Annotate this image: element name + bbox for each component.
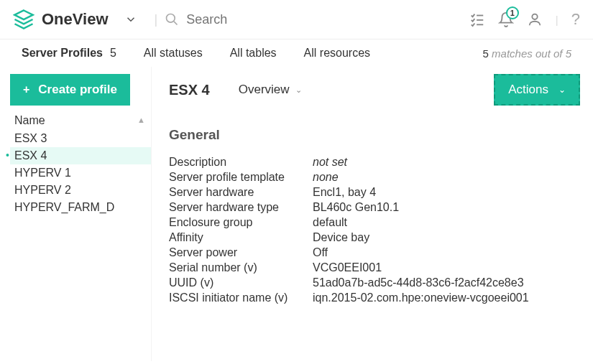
content-header: ESX 4 Overview ⌄ Actions ⌄ xyxy=(169,74,580,106)
section-title-general: General xyxy=(169,127,580,143)
list-item[interactable]: ESX 4 xyxy=(10,147,151,164)
list-item[interactable]: ESX 3 xyxy=(10,130,151,147)
property-key: ISCSI initiator name (v) xyxy=(169,291,313,304)
divider: | xyxy=(556,14,558,26)
user-icon[interactable] xyxy=(527,11,543,27)
property-value: not set xyxy=(313,156,580,169)
view-select[interactable]: Overview ⌄ xyxy=(239,83,302,97)
profile-title: ESX 4 xyxy=(169,82,210,98)
property-key: Server profile template xyxy=(169,171,313,184)
view-select-label: Overview xyxy=(239,83,290,97)
property-value: Device bay xyxy=(313,231,580,244)
column-header-label: Name xyxy=(14,114,45,126)
property-key: Server hardware xyxy=(169,186,313,199)
list-item[interactable]: HYPERV 1 xyxy=(10,164,151,182)
logo-wrap: OneView xyxy=(13,9,109,30)
actions-button[interactable]: Actions ⌄ xyxy=(494,74,580,106)
filter-count: 5 xyxy=(110,47,116,60)
property-value: default xyxy=(313,216,580,229)
logo-icon xyxy=(13,9,35,30)
search-icon[interactable] xyxy=(165,12,179,27)
filter-tab-statuses[interactable]: All statuses xyxy=(144,47,203,60)
property-value: iqn.2015-02.com.hpe:oneview-vcgoeei001 xyxy=(313,291,580,304)
header-right: 1 | ? xyxy=(469,10,580,29)
property-key: Affinity xyxy=(169,231,313,244)
property-value: 51ad0a7b-ad5c-44d8-83c6-f2acf42ce8e3 xyxy=(313,276,580,289)
chevron-down-icon: ⌄ xyxy=(558,85,566,95)
app-title: OneView xyxy=(42,10,109,29)
matches-total: 5 xyxy=(566,47,571,60)
general-properties: Descriptionnot setServer profile templat… xyxy=(169,156,580,304)
plus-icon: + xyxy=(23,83,29,96)
property-key: Server hardware type xyxy=(169,201,313,214)
filter-bar: Server Profiles 5 All statuses All table… xyxy=(0,39,593,67)
svg-line-2 xyxy=(174,22,178,25)
help-icon[interactable]: ? xyxy=(571,10,580,29)
profile-list: ESX 3ESX 4HYPERV 1HYPERV 2HYPERV_FARM_D xyxy=(10,130,151,216)
create-profile-label: Create profile xyxy=(38,83,117,97)
list-item[interactable]: HYPERV_FARM_D xyxy=(10,199,151,216)
filter-title-label: Server Profiles xyxy=(22,47,103,60)
matches-label: matches out of xyxy=(492,47,562,60)
bell-icon[interactable]: 1 xyxy=(498,11,514,27)
chevron-down-icon: ⌄ xyxy=(295,85,302,95)
list-item[interactable]: HYPERV 2 xyxy=(10,182,151,199)
divider: | xyxy=(155,12,158,27)
sort-indicator-icon: ▲ xyxy=(137,116,145,124)
header-bar: OneView | 1 | xyxy=(0,0,593,39)
filter-title: Server Profiles 5 xyxy=(22,47,116,60)
property-value: Encl1, bay 4 xyxy=(313,186,580,199)
property-key: Enclosure group xyxy=(169,216,313,229)
property-key: Serial number (v) xyxy=(169,261,313,274)
filter-tab-tables[interactable]: All tables xyxy=(230,47,277,60)
search-input[interactable] xyxy=(186,12,272,27)
svg-point-1 xyxy=(167,14,175,23)
create-profile-button[interactable]: + Create profile xyxy=(10,74,130,106)
svg-marker-0 xyxy=(15,11,33,20)
filter-tab-resources[interactable]: All resources xyxy=(304,47,370,60)
search-wrap: | xyxy=(155,12,273,27)
content-panel: ESX 4 Overview ⌄ Actions ⌄ General Descr… xyxy=(151,67,593,361)
svg-point-6 xyxy=(532,14,537,19)
matches-text: 5 matches out of 5 xyxy=(483,47,571,60)
property-value: none xyxy=(313,171,580,184)
property-value: BL460c Gen10.1 xyxy=(313,201,580,214)
actions-label: Actions xyxy=(508,83,548,97)
property-value: VCG0EEI001 xyxy=(313,261,580,274)
notification-badge: 1 xyxy=(506,6,519,19)
property-value: Off xyxy=(313,246,580,259)
property-key: Description xyxy=(169,156,313,169)
main-area: + Create profile Name ▲ ESX 3ESX 4HYPERV… xyxy=(0,67,593,361)
column-header-name[interactable]: Name ▲ xyxy=(10,111,151,130)
sidebar: + Create profile Name ▲ ESX 3ESX 4HYPERV… xyxy=(0,67,151,361)
matches-count: 5 xyxy=(483,47,489,60)
checklist-icon[interactable] xyxy=(469,11,485,27)
property-key: Server power xyxy=(169,246,313,259)
chevron-down-icon[interactable] xyxy=(124,13,137,26)
property-key: UUID (v) xyxy=(169,276,313,289)
